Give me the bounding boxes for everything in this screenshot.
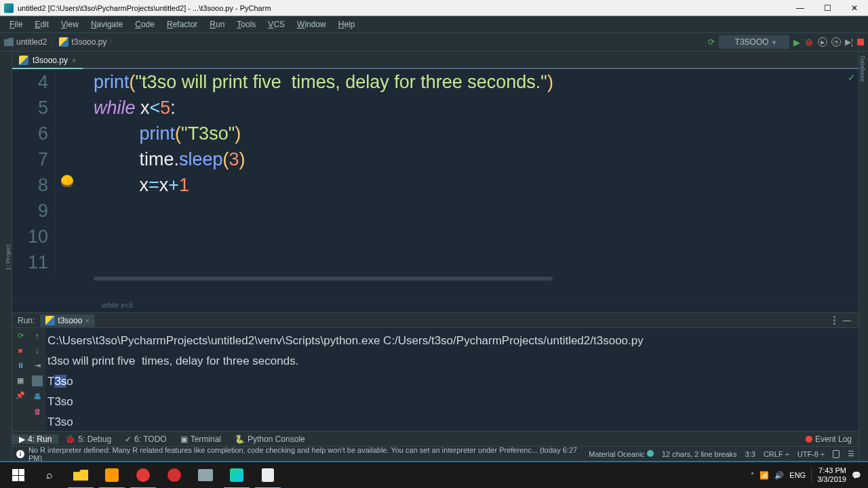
selection-status: 12 chars, 2 line breaks — [662, 450, 737, 458]
code-editor[interactable]: ✓ 4567891011 print("t3so will print five… — [12, 69, 859, 300]
horizontal-scrollbar[interactable] — [94, 275, 859, 282]
menu-tools[interactable]: Tools — [231, 18, 261, 30]
menu-navigate[interactable]: Navigate — [85, 18, 128, 30]
close-run-tab-icon[interactable]: × — [85, 317, 89, 325]
volume-icon[interactable]: 🔊 — [774, 471, 784, 480]
start-button[interactable] — [3, 462, 34, 488]
bottom-tool-tabs: ▶4: Run🐞5: Debug✓6: TODO▣Terminal🐍Python… — [12, 431, 859, 446]
theme-indicator[interactable]: Material Oceanic — [589, 450, 654, 458]
bottom-tab-run[interactable]: ▶4: Run — [12, 434, 58, 444]
minimize-button[interactable]: — — [787, 0, 814, 16]
down-stack-button[interactable]: ↓ — [33, 346, 42, 355]
python-file-icon — [45, 316, 55, 325]
maximize-button[interactable]: ☐ — [814, 0, 841, 16]
mem-indicator[interactable]: ☰ — [848, 449, 854, 458]
line-number-gutter: 4567891011 — [12, 69, 56, 275]
coverage-button[interactable]: ▶ — [818, 37, 827, 47]
breadcrumb-context: while x<5 — [12, 300, 859, 312]
bottom-tab-todo[interactable]: ✓6: TODO — [118, 434, 174, 444]
run-config-select[interactable]: T3SOOO ▼ — [719, 35, 789, 49]
window-title: untitled2 [C:\Users\t3so\PycharmProjects… — [18, 4, 787, 12]
encoding[interactable]: UTF-8 ÷ — [797, 450, 825, 458]
sublime-task[interactable] — [96, 462, 127, 488]
chevron-icon: 〉 — [109, 37, 116, 47]
layout-button[interactable]: ▦ — [16, 375, 25, 385]
menu-window[interactable]: Window — [292, 18, 332, 30]
rerun-button[interactable]: ⟳ — [16, 331, 25, 340]
close-tab-icon[interactable]: × — [72, 56, 76, 64]
notepad-task[interactable] — [252, 462, 283, 488]
pause-output-button[interactable]: ⏸ — [16, 361, 25, 370]
pin-button[interactable]: 📌 — [16, 390, 25, 400]
theme-dot-icon — [647, 450, 654, 457]
chevron-icon: 〉 — [50, 37, 56, 47]
bottom-tab-debug[interactable]: 🐞5: Debug — [58, 434, 118, 444]
tray-overflow-icon[interactable]: ˄ — [751, 472, 754, 479]
notification-dot-icon — [806, 436, 812, 443]
readonly-lock-icon[interactable] — [833, 450, 840, 458]
clear-all-button[interactable]: 🗑 — [33, 407, 42, 416]
menu-vcs[interactable]: VCS — [262, 18, 290, 30]
breadcrumb-file[interactable]: t3sooo.py — [71, 37, 106, 47]
right-tool-rail: Database — [859, 52, 868, 461]
bottom-tab-terminal[interactable]: ▣Terminal — [174, 434, 228, 444]
stop-button[interactable] — [857, 39, 864, 45]
image-viewer-task[interactable] — [190, 462, 221, 488]
run-options-icon[interactable] — [833, 316, 835, 325]
main-menu: FileEditViewNavigateCodeRefactorRunTools… — [0, 16, 868, 33]
editor-tab-t3sooo[interactable]: t3sooo.py × — [12, 53, 83, 69]
run-tool-window: Run: t3sooo × — ⟳ ■ ⏸ ▦ 📌 — [12, 312, 859, 431]
notification-center-icon[interactable]: 💬 — [852, 471, 861, 480]
run-side-toolbar-1: ⟳ ■ ⏸ ▦ 📌 — [12, 328, 28, 431]
navigation-bar: untitled2 〉 t3sooo.py 〉 ⟳ T3SOOO ▼ ▶ 🐞 ▶… — [0, 33, 868, 52]
menu-help[interactable]: Help — [333, 18, 361, 30]
menu-edit[interactable]: Edit — [29, 18, 54, 30]
wifi-icon[interactable]: 📶 — [760, 471, 769, 480]
record-task[interactable] — [127, 462, 159, 488]
breadcrumb-project[interactable]: untitled2 — [16, 37, 47, 47]
run-button[interactable]: ▶ — [793, 37, 800, 47]
profile-button[interactable]: ◔ — [831, 37, 841, 47]
up-stack-button[interactable]: ↑ — [33, 331, 42, 340]
print-button[interactable]: 🖶 — [33, 392, 42, 401]
editor-tab-label: t3sooo.py — [33, 56, 68, 65]
run-side-toolbar-2: ↑ ↓ ⇥ 🖶 🗑 — [28, 328, 46, 431]
soft-wrap-button[interactable]: ⇥ — [33, 361, 42, 370]
info-icon[interactable]: i — [16, 450, 24, 458]
line-separator[interactable]: CRLF ÷ — [764, 450, 789, 458]
project-tool-tab[interactable]: 1: Project — [5, 239, 12, 276]
pycharm-task[interactable] — [221, 462, 252, 488]
run-tab-label: t3sooo — [58, 316, 82, 325]
status-bar: i No R interpreter defined: Many R relat… — [12, 446, 859, 461]
run-process-tab[interactable]: t3sooo × — [40, 314, 94, 327]
python-file-icon — [59, 37, 68, 47]
debug-button[interactable]: 🐞 — [804, 38, 814, 47]
menu-run[interactable]: Run — [204, 18, 230, 30]
sync-icon[interactable]: ⟳ — [708, 37, 715, 47]
close-button[interactable]: ✕ — [841, 0, 868, 16]
menu-refactor[interactable]: Refactor — [161, 18, 203, 30]
caret-position[interactable]: 3:3 — [745, 450, 755, 458]
editor-tabs: t3sooo.py × — [12, 52, 859, 69]
menu-view[interactable]: View — [56, 18, 84, 30]
clock[interactable]: 7:43 PM 3/3/2019 — [817, 466, 846, 484]
file-explorer-task[interactable] — [65, 462, 96, 488]
search-button[interactable]: ⌕ — [34, 462, 65, 488]
database-tool-tab[interactable]: Database — [859, 52, 866, 82]
code-content[interactable]: print("t3so will print five times, delay… — [94, 69, 859, 275]
system-tray: ˄ 📶 🔊 ENG 7:43 PM 3/3/2019 💬 — [751, 466, 865, 484]
stop-process-button[interactable]: ■ — [16, 346, 25, 355]
attach-button[interactable]: ▶¦ — [845, 37, 853, 47]
run-title: Run: — [12, 316, 40, 325]
menu-code[interactable]: Code — [130, 18, 160, 30]
hide-run-panel-icon[interactable]: — — [841, 316, 853, 325]
intention-bulb-icon[interactable] — [61, 175, 73, 187]
input-language[interactable]: ENG — [789, 471, 806, 479]
console-output[interactable]: C:\Users\t3so\PycharmProjects\untitled2\… — [46, 328, 859, 431]
windows-taskbar: ⌕ ˄ 📶 🔊 ENG 7:43 PM 3/3/2019 💬 — [0, 461, 868, 488]
event-log-tab[interactable]: Event Log — [799, 434, 859, 444]
bottom-tab-pycon[interactable]: 🐍Python Console — [228, 434, 312, 444]
opera-task[interactable] — [159, 462, 190, 488]
menu-file[interactable]: File — [4, 18, 28, 30]
scroll-to-end-button[interactable] — [32, 375, 43, 386]
